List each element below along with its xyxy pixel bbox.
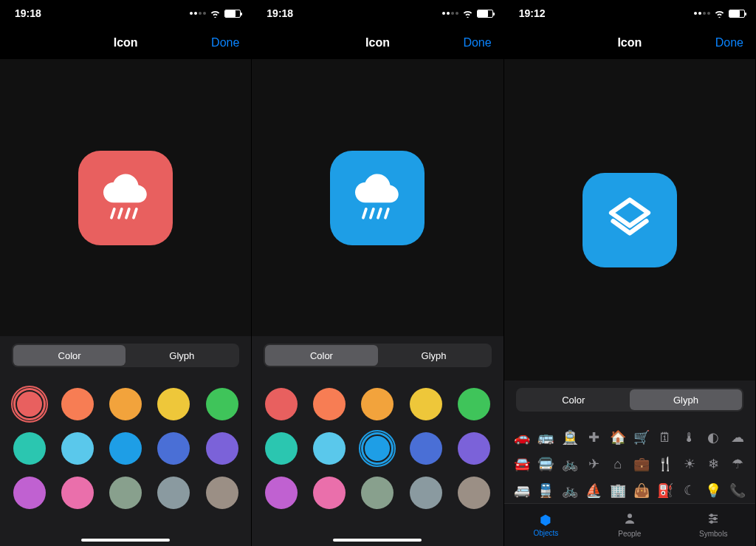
glyph-building-icon[interactable]: 🏢 (608, 481, 628, 500)
color-swatch[interactable] (265, 432, 298, 465)
done-button[interactable]: Done (463, 36, 491, 50)
color-swatch[interactable] (458, 432, 490, 465)
color-swatch[interactable] (265, 388, 298, 420)
glyph-car-icon[interactable]: 🚗 (512, 428, 532, 447)
color-swatch[interactable] (206, 477, 238, 509)
glyph-moon-circle-icon[interactable]: ◐ (704, 428, 723, 447)
battery-icon (729, 10, 745, 18)
segment-color[interactable]: Color (518, 389, 630, 410)
color-swatch[interactable] (61, 432, 94, 465)
color-swatch[interactable] (458, 477, 490, 509)
glyph-bicycle-icon[interactable]: 🚲 (560, 454, 580, 474)
segment-glyph[interactable]: Glyph (630, 389, 742, 410)
signal-icon (190, 12, 206, 15)
color-swatch[interactable] (109, 477, 142, 509)
svg-rect-0 (110, 207, 117, 219)
segmented-control[interactable]: Color Glyph (516, 388, 743, 412)
color-swatch[interactable] (13, 477, 46, 509)
done-button[interactable]: Done (211, 36, 239, 50)
color-swatch[interactable] (313, 432, 346, 465)
color-swatch[interactable] (157, 388, 190, 420)
color-swatch[interactable] (313, 477, 346, 509)
tab-objects[interactable]: ⬢ Objects (504, 504, 588, 546)
glyph-car-side-icon[interactable]: 🚘 (512, 454, 532, 474)
glyph-tram-icon[interactable]: 🚊 (560, 428, 580, 447)
home-indicator[interactable] (81, 539, 170, 542)
glyph-plus-icon[interactable]: ✚ (584, 428, 603, 447)
segment-color[interactable]: Color (265, 345, 377, 366)
glyph-snowflake-icon[interactable]: ❄ (704, 454, 723, 474)
glyph-train-icon[interactable]: 🚆 (536, 481, 555, 500)
segment-color[interactable]: Color (13, 345, 126, 366)
glyph-bus-alt-icon[interactable]: 🚍 (536, 454, 555, 474)
glyph-plane-icon[interactable]: ✈ (584, 454, 603, 474)
glyph-house-icon[interactable]: 🏠 (608, 428, 628, 447)
screen-2: 19:18 Icon Done Color Glyph (252, 0, 504, 546)
glyph-home-icon[interactable]: ⌂ (608, 454, 628, 474)
glyph-bike-icon[interactable]: 🚲 (560, 481, 580, 500)
color-swatch[interactable] (361, 477, 394, 509)
glyph-lamp-icon[interactable]: 💡 (704, 481, 723, 500)
status-bar: 19:18 (0, 0, 251, 27)
nav-bar: Icon Done (504, 27, 755, 59)
tab-symbols[interactable]: Symbols (672, 504, 755, 546)
color-swatch[interactable] (410, 432, 442, 465)
done-button[interactable]: Done (715, 36, 743, 50)
color-swatch[interactable] (61, 388, 94, 420)
color-swatch[interactable] (13, 432, 46, 465)
svg-rect-2 (125, 207, 131, 219)
status-time: 19:12 (519, 7, 546, 19)
color-swatch[interactable] (265, 477, 298, 509)
cube-icon: ⬢ (540, 513, 551, 527)
rain-cloud-icon (96, 168, 155, 228)
nav-bar: Icon Done (252, 27, 503, 59)
wifi-icon (210, 10, 221, 18)
wifi-icon (714, 10, 725, 18)
home-indicator[interactable] (333, 539, 422, 542)
svg-point-13 (714, 518, 716, 520)
glyph-bag-icon[interactable]: 👜 (632, 481, 651, 500)
color-swatch[interactable] (410, 388, 442, 420)
color-swatch[interactable] (361, 388, 394, 420)
segment-glyph[interactable]: Glyph (126, 345, 238, 366)
segment-glyph[interactable]: Glyph (378, 345, 490, 366)
glyph-phone-icon[interactable]: 📞 (728, 481, 747, 500)
color-swatch[interactable] (157, 432, 190, 465)
glyph-cart-icon[interactable]: 🛒 (632, 428, 651, 447)
color-swatch[interactable] (157, 477, 190, 509)
glyph-bus-icon[interactable]: 🚌 (536, 428, 555, 447)
glyph-sun-icon[interactable]: ☀ (680, 454, 699, 474)
glyph-sailboat-icon[interactable]: ⛵ (584, 481, 603, 500)
color-swatch[interactable] (206, 432, 238, 465)
glyph-gas-pump-icon[interactable]: ⛽ (656, 481, 675, 500)
glyph-umbrella-icon[interactable]: ☂ (728, 454, 747, 474)
color-swatch[interactable] (206, 388, 238, 420)
color-swatch[interactable] (458, 388, 490, 420)
color-swatch[interactable] (109, 432, 142, 465)
glyph-moon-icon[interactable]: ☾ (680, 481, 699, 500)
svg-point-8 (628, 513, 632, 518)
color-swatch[interactable] (313, 388, 346, 420)
color-swatch[interactable] (361, 432, 394, 465)
tab-people[interactable]: People (588, 504, 671, 546)
glyph-briefcase-icon[interactable]: 💼 (632, 454, 651, 474)
glyph-cloud-icon[interactable]: ☁ (728, 428, 747, 447)
glyph-utensils-icon[interactable]: 🍴 (656, 454, 675, 474)
glyph-thermometer-icon[interactable]: 🌡 (680, 428, 699, 447)
segmented-control[interactable]: Color Glyph (12, 344, 239, 367)
nav-bar: Icon Done (0, 27, 251, 59)
glyph-calendar-icon[interactable]: 🗓 (656, 428, 675, 447)
color-swatch[interactable] (13, 388, 46, 420)
signal-icon (694, 12, 710, 15)
svg-point-12 (711, 514, 713, 516)
segmented-control[interactable]: Color Glyph (264, 344, 491, 367)
color-swatch[interactable] (410, 477, 442, 509)
color-swatch[interactable] (61, 477, 94, 509)
wifi-icon (462, 10, 473, 18)
svg-rect-6 (377, 207, 383, 219)
svg-rect-5 (369, 207, 376, 219)
app-icon (330, 151, 425, 245)
shortcuts-icon (600, 191, 659, 250)
glyph-van-icon[interactable]: 🚐 (512, 481, 532, 500)
color-swatch[interactable] (109, 388, 142, 420)
